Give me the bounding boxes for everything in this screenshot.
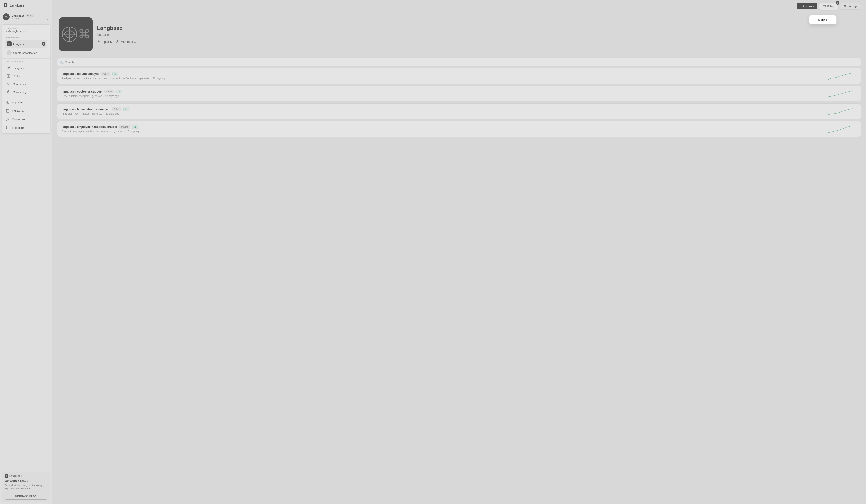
app-logo-icon [3, 3, 8, 8]
search-icon: 🔍 [60, 60, 63, 64]
chevron-right-icon: › [855, 110, 856, 113]
upgrade-plan-button[interactable]: UPGRADE PLAN [5, 493, 47, 500]
search-wrapper: 🔍 [57, 58, 861, 66]
follow-us-icon [6, 109, 10, 113]
workspace-info: Langbase Hobby langbase [12, 14, 34, 20]
pipe-item-employee-handbook-chatbot[interactable]: langbase / employee-handbook-chatbot Pri… [57, 121, 861, 137]
settings-icon: ⚙ [844, 4, 846, 8]
pipe-left: langbase / financial-report-analyst Publ… [62, 107, 828, 115]
workspace-name-row: Langbase Hobby [12, 14, 34, 17]
settings-button[interactable]: ⚙ Settings [840, 3, 861, 10]
org-item-name: Langbase [13, 43, 25, 46]
pipe-item-financial-report-analyst[interactable]: langbase / financial-report-analyst Publ… [57, 103, 861, 119]
svg-rect-5 [7, 83, 10, 85]
follow-us-label: Follow us [12, 110, 24, 113]
billing-dropdown: Billing [809, 15, 836, 24]
svg-point-17 [117, 41, 118, 42]
nav-item-feedback[interactable]: Feedback [3, 124, 48, 132]
nav-item-langbase[interactable]: ⌘ Langbase [5, 64, 47, 72]
contact-inner-icon [7, 82, 11, 86]
profile-info: Langbase langbase Pipes 6 [97, 25, 136, 44]
billing-badge: 2 [836, 1, 840, 5]
profile-stats: Pipes 6 Members 1 [97, 40, 136, 44]
workspace-dropdown: Signed in as dev@langbase.com Organizati… [2, 24, 50, 134]
community-icon [7, 90, 11, 94]
svg-rect-11 [823, 5, 825, 7]
upgrade-logo-row: ⌘ LANGBASE [5, 474, 47, 478]
search-container: 🔍 [52, 56, 866, 68]
upgrade-banner: ⌘ LANGBASE Get started here » Get unlimi… [2, 472, 50, 502]
pipe-name: langbase / customer-support [62, 90, 102, 93]
pipe-visibility-badge: Private [119, 125, 130, 129]
pipes-icon [97, 40, 100, 44]
workspace-name: Langbase [12, 14, 25, 17]
pipe-left: langbase / customer-support Public v1 SA… [62, 90, 828, 98]
members-stat: Members 1 [116, 40, 136, 44]
org-item-langbase[interactable]: ⌘ Langbase 1 [5, 40, 47, 48]
pipe-version-badge: v1 [123, 107, 129, 111]
billing-button[interactable]: Billing 2 [819, 2, 838, 10]
pipe-left: langbase / resume-analyst Public v1 Anal… [62, 72, 828, 80]
pipe-version-badge: v1 [112, 72, 118, 76]
pipe-right: › [828, 125, 856, 133]
feedback-icon [6, 126, 10, 130]
nav-item-contact-us[interactable]: Contact us [3, 115, 48, 123]
pipe-right: › [828, 72, 856, 80]
add-new-icon: + [800, 4, 801, 8]
nav-item-sign-out[interactable]: Sign Out [3, 99, 48, 106]
pipe-version-badge: v1 [132, 125, 138, 129]
create-org-label: Create organization [13, 51, 37, 55]
pipe-visibility-badge: Public [112, 107, 121, 111]
feedback-label: Feedback [12, 126, 24, 129]
workspace-handle: langbase [12, 17, 34, 20]
nav-item-profile[interactable]: Profile [5, 72, 47, 80]
pipe-item-resume-analyst[interactable]: langbase / resume-analyst Public v1 Anal… [57, 68, 861, 84]
workspace-avatar: ⌘ [3, 13, 10, 20]
pipe-chart [828, 125, 853, 133]
pipe-title-row: langbase / employee-handbook-chatbot Pri… [62, 125, 828, 129]
pipe-visibility-badge: Public [104, 90, 114, 93]
chevron-right-icon: › [855, 92, 856, 95]
workspace-switcher[interactable]: ⌘ Langbase Hobby langbase ⌃⌄ [0, 11, 52, 23]
workspace-avatar-icon: ⌘ [5, 15, 8, 19]
org-item-left: ⌘ Langbase [7, 42, 25, 46]
organizations-label: Organizations [5, 36, 47, 39]
search-input[interactable] [57, 58, 861, 66]
pipe-name: langbase / employee-handbook-chatbot [62, 125, 117, 128]
upgrade-logo-text: LANGBASE [10, 475, 22, 477]
chevron-updown-icon: ⌃⌄ [46, 13, 49, 21]
nav-item-profile-label: Profile [13, 75, 21, 78]
pipe-title-row: langbase / financial-report-analyst Publ… [62, 107, 828, 111]
nav-item-langbase-label: Langbase [13, 67, 25, 70]
pipe-name: langbase / financial-report-analyst [62, 107, 110, 111]
organizations-section: Organizations ⌘ Langbase 1 + Create orga… [2, 34, 50, 58]
upgrade-desc: Get unlimited memory, vector storage, lo… [5, 484, 47, 490]
workspace-left: ⌘ Langbase Hobby langbase [3, 13, 34, 20]
svg-rect-10 [6, 126, 9, 129]
members-icon [116, 40, 119, 44]
pipe-chart [828, 107, 853, 115]
chevron-right-icon: › [855, 127, 856, 131]
add-new-button[interactable]: + Add New [797, 3, 817, 10]
nav-item-community[interactable]: Community [5, 88, 47, 96]
svg-point-9 [8, 118, 9, 119]
upgrade-logo-icon: ⌘ [5, 474, 8, 478]
sidebar: Langbase ⌘ Langbase Hobby langbase ⌃⌄ Si… [0, 0, 52, 504]
signed-in-label: Signed in as [5, 27, 47, 29]
pipe-item-customer-support[interactable]: langbase / customer-support Public v1 SA… [57, 86, 861, 101]
nav-item-follow-us[interactable]: Follow us [3, 107, 48, 115]
billing-icon [823, 4, 826, 8]
sidebar-logo: Langbase [0, 0, 52, 11]
upgrade-headline: Get started here » [5, 479, 47, 483]
pipe-right: › [828, 89, 856, 98]
nav-item-community-label: Community [13, 90, 27, 94]
profile-handle: langbase [97, 33, 136, 36]
app-name: Langbase [10, 3, 24, 7]
pipe-name: langbase / resume-analyst [62, 72, 99, 76]
nav-item-contact-us-inner[interactable]: Contact us [5, 80, 47, 88]
billing-dropdown-label: Billing [818, 18, 828, 21]
signed-in-email: dev@langbase.com [5, 30, 47, 33]
create-organization-item[interactable]: + Create organization [5, 49, 47, 57]
pipes-list: langbase / resume-analyst Public v1 Anal… [52, 68, 866, 504]
svg-point-6 [7, 91, 10, 93]
